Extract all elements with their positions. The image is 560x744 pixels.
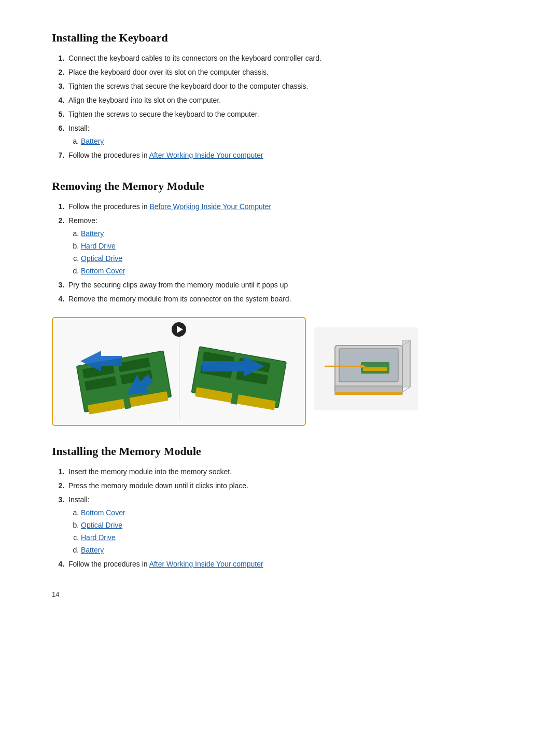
installing-bottomcover-link[interactable]: Bottom Cover [81, 508, 125, 517]
play-icon [172, 322, 186, 337]
keyboard-step-6: Install: Battery [66, 123, 508, 147]
keyboard-title: Installing the Keyboard [52, 31, 508, 45]
installing-memory-step3-c: Hard Drive [81, 532, 508, 543]
removing-memory-step2-a: Battery [81, 228, 508, 239]
keyboard-after-link[interactable]: After Working Inside Your computer [149, 151, 263, 159]
installing-memory-sublist: Bottom Cover Optical Drive Hard Drive Ba… [81, 507, 508, 556]
removing-memory-step-4: Remove the memory module from its connec… [66, 294, 508, 305]
image-divider [179, 323, 179, 420]
memory-module-side-image [314, 327, 418, 410]
installing-memory-step-1: Insert the memory module into the memory… [66, 466, 508, 477]
keyboard-step-7: Follow the procedures in After Working I… [66, 150, 508, 161]
installing-battery-link[interactable]: Battery [81, 546, 104, 554]
keyboard-step6-sublist: Battery [81, 136, 508, 147]
removing-memory-title: Removing the Memory Module [52, 180, 508, 193]
keyboard-step-5: Tighten the screws to secure the keyboar… [66, 109, 508, 120]
installing-memory-section: Installing the Memory Module Insert the … [52, 445, 508, 570]
keyboard-step-6-label: Install: [68, 124, 89, 132]
installing-memory-step3-b: Optical Drive [81, 520, 508, 531]
removing-memory-step2-b: Hard Drive [81, 241, 508, 252]
removing-memory-step2-d: Bottom Cover [81, 266, 508, 277]
before-working-link[interactable]: Before Working Inside Your Computer [149, 202, 271, 211]
svg-rect-22 [363, 367, 387, 371]
keyboard-step-3: Tighten the screws that secure the keybo… [66, 81, 508, 92]
svg-rect-20 [335, 392, 402, 395]
removing-battery-link[interactable]: Battery [81, 229, 104, 238]
installing-memory-step-2: Press the memory module down until it cl… [66, 480, 508, 491]
memory-module-main-image [52, 317, 306, 426]
memory-module-right-svg [179, 322, 293, 421]
keyboard-step6-a: Battery [81, 136, 508, 147]
installing-after-link[interactable]: After Working Inside Your computer [149, 560, 263, 568]
removing-opticaldrive-link[interactable]: Optical Drive [81, 254, 122, 263]
computer-side-svg [317, 330, 415, 408]
installing-opticaldrive-link[interactable]: Optical Drive [81, 521, 122, 529]
removing-memory-steps-list: Follow the procedures in Before Working … [66, 201, 508, 305]
installing-harddrive-link[interactable]: Hard Drive [81, 533, 116, 542]
memory-module-left-svg [65, 322, 179, 421]
keyboard-step-4: Align the keyboard into its slot on the … [66, 95, 508, 106]
memory-module-image-block [52, 317, 508, 426]
removing-bottomcover-link[interactable]: Bottom Cover [81, 267, 125, 275]
keyboard-section: Installing the Keyboard Connect the keyb… [52, 31, 508, 161]
installing-memory-step-4: Follow the procedures in After Working I… [66, 559, 508, 570]
installing-memory-step-3: Install: Bottom Cover Optical Drive Hard… [66, 494, 508, 556]
removing-memory-step-1: Follow the procedures in Before Working … [66, 201, 508, 212]
installing-memory-steps-list: Insert the memory module into the memory… [66, 466, 508, 570]
removing-harddrive-link[interactable]: Hard Drive [81, 242, 116, 250]
svg-rect-28 [402, 340, 410, 387]
removing-memory-sublist: Battery Hard Drive Optical Drive Bottom … [81, 228, 508, 277]
keyboard-steps-list: Connect the keyboard cables to its conne… [66, 53, 508, 161]
removing-memory-step2-c: Optical Drive [81, 253, 508, 264]
installing-memory-step3-a: Bottom Cover [81, 507, 508, 518]
installing-memory-step3-d: Battery [81, 545, 508, 556]
installing-memory-title: Installing the Memory Module [52, 445, 508, 458]
removing-memory-section: Removing the Memory Module Follow the pr… [52, 180, 508, 426]
keyboard-battery-link[interactable]: Battery [81, 137, 104, 145]
keyboard-step-1: Connect the keyboard cables to its conne… [66, 53, 508, 64]
page-number: 14 [52, 590, 508, 598]
keyboard-step-2: Place the keyboard door over its slot on… [66, 67, 508, 78]
removing-memory-step-2: Remove: Battery Hard Drive Optical Drive… [66, 215, 508, 277]
removing-memory-step-3: Pry the securing clips away from the mem… [66, 280, 508, 291]
svg-line-26 [402, 387, 410, 392]
